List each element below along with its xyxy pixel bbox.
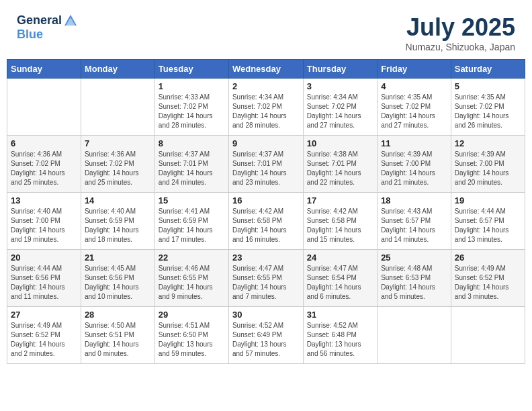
calendar-cell <box>378 307 451 364</box>
day-number: 19 <box>455 195 521 205</box>
day-number: 31 <box>307 310 373 320</box>
day-info: Sunrise: 4:52 AM Sunset: 6:49 PM Dayligh… <box>232 321 300 359</box>
day-info: Sunrise: 4:44 AM Sunset: 6:56 PM Dayligh… <box>11 264 77 302</box>
calendar-cell: 21Sunrise: 4:45 AM Sunset: 6:56 PM Dayli… <box>81 250 154 307</box>
day-number: 25 <box>381 253 447 263</box>
week-row-2: 6Sunrise: 4:36 AM Sunset: 7:02 PM Daylig… <box>7 136 525 193</box>
day-number: 12 <box>455 138 521 148</box>
calendar-cell <box>7 79 81 136</box>
logo-text: General Blue <box>17 13 78 42</box>
calendar-cell: 5Sunrise: 4:35 AM Sunset: 7:02 PM Daylig… <box>451 79 525 136</box>
day-info: Sunrise: 4:47 AM Sunset: 6:54 PM Dayligh… <box>307 264 373 302</box>
title-block: July 2025 Numazu, Shizuoka, Japan <box>406 13 515 52</box>
calendar-cell: 28Sunrise: 4:50 AM Sunset: 6:51 PM Dayli… <box>81 307 154 364</box>
calendar-cell <box>451 307 525 364</box>
day-number: 4 <box>381 81 447 91</box>
day-number: 14 <box>85 195 151 205</box>
calendar-cell: 14Sunrise: 4:40 AM Sunset: 6:59 PM Dayli… <box>81 193 154 250</box>
calendar-cell: 25Sunrise: 4:48 AM Sunset: 6:53 PM Dayli… <box>378 250 451 307</box>
day-info: Sunrise: 4:34 AM Sunset: 7:02 PM Dayligh… <box>232 93 300 130</box>
day-number: 17 <box>307 195 373 205</box>
day-number: 22 <box>159 253 225 263</box>
day-info: Sunrise: 4:47 AM Sunset: 6:55 PM Dayligh… <box>232 264 300 302</box>
day-number: 5 <box>455 81 521 91</box>
calendar-cell: 22Sunrise: 4:46 AM Sunset: 6:55 PM Dayli… <box>154 250 228 307</box>
day-info: Sunrise: 4:42 AM Sunset: 6:58 PM Dayligh… <box>307 207 373 244</box>
day-info: Sunrise: 4:36 AM Sunset: 7:02 PM Dayligh… <box>11 150 77 187</box>
day-info: Sunrise: 4:48 AM Sunset: 6:53 PM Dayligh… <box>381 264 447 302</box>
calendar-cell: 1Sunrise: 4:33 AM Sunset: 7:02 PM Daylig… <box>154 79 228 136</box>
day-info: Sunrise: 4:33 AM Sunset: 7:02 PM Dayligh… <box>159 93 225 130</box>
day-number: 20 <box>11 253 77 263</box>
day-number: 18 <box>381 195 447 205</box>
day-info: Sunrise: 4:40 AM Sunset: 6:59 PM Dayligh… <box>85 207 151 244</box>
calendar-cell <box>81 79 154 136</box>
calendar-cell: 26Sunrise: 4:49 AM Sunset: 6:52 PM Dayli… <box>451 250 525 307</box>
day-number: 24 <box>307 253 373 263</box>
calendar-cell: 24Sunrise: 4:47 AM Sunset: 6:54 PM Dayli… <box>303 250 377 307</box>
day-info: Sunrise: 4:46 AM Sunset: 6:55 PM Dayligh… <box>159 264 225 302</box>
day-info: Sunrise: 4:35 AM Sunset: 7:02 PM Dayligh… <box>381 93 447 130</box>
column-header-tuesday: Tuesday <box>154 60 228 79</box>
day-number: 21 <box>85 253 151 263</box>
day-number: 3 <box>307 81 373 91</box>
day-info: Sunrise: 4:40 AM Sunset: 7:00 PM Dayligh… <box>11 207 77 244</box>
calendar-cell: 4Sunrise: 4:35 AM Sunset: 7:02 PM Daylig… <box>378 79 451 136</box>
day-info: Sunrise: 4:43 AM Sunset: 6:57 PM Dayligh… <box>381 207 447 244</box>
week-row-3: 13Sunrise: 4:40 AM Sunset: 7:00 PM Dayli… <box>7 193 525 250</box>
calendar-cell: 11Sunrise: 4:39 AM Sunset: 7:00 PM Dayli… <box>378 136 451 193</box>
location: Numazu, Shizuoka, Japan <box>406 42 515 52</box>
logo: General Blue <box>17 13 78 42</box>
day-info: Sunrise: 4:38 AM Sunset: 7:01 PM Dayligh… <box>307 150 373 187</box>
day-number: 28 <box>85 310 151 320</box>
day-number: 10 <box>307 138 373 148</box>
calendar-cell: 7Sunrise: 4:36 AM Sunset: 7:02 PM Daylig… <box>81 136 154 193</box>
calendar-cell: 18Sunrise: 4:43 AM Sunset: 6:57 PM Dayli… <box>378 193 451 250</box>
calendar-cell: 19Sunrise: 4:44 AM Sunset: 6:57 PM Dayli… <box>451 193 525 250</box>
month-title: July 2025 <box>406 13 515 42</box>
calendar-header-row: SundayMondayTuesdayWednesdayThursdayFrid… <box>7 60 525 79</box>
day-number: 6 <box>11 138 77 148</box>
calendar-cell: 31Sunrise: 4:52 AM Sunset: 6:48 PM Dayli… <box>303 307 377 364</box>
column-header-saturday: Saturday <box>451 60 525 79</box>
day-info: Sunrise: 4:52 AM Sunset: 6:48 PM Dayligh… <box>307 321 373 359</box>
day-info: Sunrise: 4:45 AM Sunset: 6:56 PM Dayligh… <box>85 264 151 302</box>
calendar-cell: 2Sunrise: 4:34 AM Sunset: 7:02 PM Daylig… <box>228 79 303 136</box>
day-number: 26 <box>455 253 521 263</box>
column-header-thursday: Thursday <box>303 60 377 79</box>
day-info: Sunrise: 4:34 AM Sunset: 7:02 PM Dayligh… <box>307 93 373 130</box>
calendar-cell: 6Sunrise: 4:36 AM Sunset: 7:02 PM Daylig… <box>7 136 81 193</box>
day-info: Sunrise: 4:39 AM Sunset: 7:00 PM Dayligh… <box>455 150 521 187</box>
day-info: Sunrise: 4:51 AM Sunset: 6:50 PM Dayligh… <box>159 321 225 359</box>
column-header-wednesday: Wednesday <box>228 60 303 79</box>
calendar-cell: 16Sunrise: 4:42 AM Sunset: 6:58 PM Dayli… <box>228 193 303 250</box>
calendar-cell: 17Sunrise: 4:42 AM Sunset: 6:58 PM Dayli… <box>303 193 377 250</box>
calendar-cell: 13Sunrise: 4:40 AM Sunset: 7:00 PM Dayli… <box>7 193 81 250</box>
calendar-cell: 20Sunrise: 4:44 AM Sunset: 6:56 PM Dayli… <box>7 250 81 307</box>
day-number: 23 <box>232 253 300 263</box>
day-number: 30 <box>232 310 300 320</box>
day-number: 9 <box>232 138 300 148</box>
week-row-4: 20Sunrise: 4:44 AM Sunset: 6:56 PM Dayli… <box>7 250 525 307</box>
day-number: 29 <box>159 310 225 320</box>
day-number: 13 <box>11 195 77 205</box>
page-header: General Blue July 2025 Numazu, Shizuoka,… <box>7 7 525 56</box>
calendar-cell: 10Sunrise: 4:38 AM Sunset: 7:01 PM Dayli… <box>303 136 377 193</box>
calendar: SundayMondayTuesdayWednesdayThursdayFrid… <box>7 59 525 364</box>
day-info: Sunrise: 4:39 AM Sunset: 7:00 PM Dayligh… <box>381 150 447 187</box>
day-number: 15 <box>159 195 225 205</box>
calendar-cell: 12Sunrise: 4:39 AM Sunset: 7:00 PM Dayli… <box>451 136 525 193</box>
column-header-friday: Friday <box>378 60 451 79</box>
calendar-cell: 23Sunrise: 4:47 AM Sunset: 6:55 PM Dayli… <box>228 250 303 307</box>
day-number: 8 <box>159 138 225 148</box>
day-info: Sunrise: 4:50 AM Sunset: 6:51 PM Dayligh… <box>85 321 151 359</box>
day-info: Sunrise: 4:49 AM Sunset: 6:52 PM Dayligh… <box>455 264 521 302</box>
calendar-cell: 30Sunrise: 4:52 AM Sunset: 6:49 PM Dayli… <box>228 307 303 364</box>
day-info: Sunrise: 4:36 AM Sunset: 7:02 PM Dayligh… <box>85 150 151 187</box>
day-number: 2 <box>232 81 300 91</box>
day-info: Sunrise: 4:41 AM Sunset: 6:59 PM Dayligh… <box>159 207 225 244</box>
day-info: Sunrise: 4:37 AM Sunset: 7:01 PM Dayligh… <box>159 150 225 187</box>
calendar-cell: 29Sunrise: 4:51 AM Sunset: 6:50 PM Dayli… <box>154 307 228 364</box>
week-row-5: 27Sunrise: 4:49 AM Sunset: 6:52 PM Dayli… <box>7 307 525 364</box>
day-info: Sunrise: 4:44 AM Sunset: 6:57 PM Dayligh… <box>455 207 521 244</box>
